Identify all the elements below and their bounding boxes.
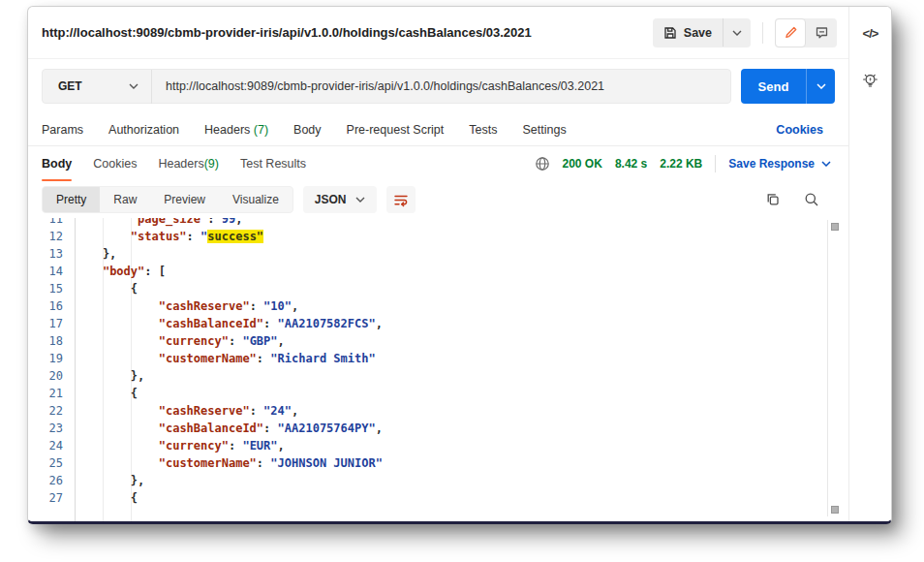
response-tab-body[interactable]: Body bbox=[42, 146, 72, 181]
code-line: 15 { bbox=[28, 280, 848, 297]
line-number: 27 bbox=[28, 489, 75, 507]
code-line: 14 "body": [ bbox=[28, 263, 848, 280]
request-tab-tests[interactable]: Tests bbox=[469, 123, 497, 137]
cookies-link[interactable]: Cookies bbox=[776, 123, 835, 137]
code-line: 27 { bbox=[28, 489, 848, 507]
meta-divider bbox=[715, 155, 716, 172]
request-tab-headers[interactable]: Headers (7) bbox=[204, 123, 268, 137]
response-tab-cookies[interactable]: Cookies bbox=[93, 146, 137, 181]
code-line: 25 "customerName": "JOHNSON JUNIOR" bbox=[28, 454, 848, 472]
chevron-down-icon bbox=[821, 161, 831, 167]
view-mode-pretty[interactable]: Pretty bbox=[43, 187, 100, 212]
tab-label: Tests bbox=[469, 123, 497, 137]
tab-label: Headers bbox=[158, 157, 203, 171]
request-tab-body[interactable]: Body bbox=[293, 123, 322, 137]
format-selector[interactable]: JSON bbox=[303, 186, 377, 213]
request-tab-authorization[interactable]: Authorization bbox=[108, 123, 179, 137]
line-content: "cashBalanceId": "AA2107582FCS", bbox=[75, 315, 383, 332]
line-number: 14 bbox=[28, 263, 75, 280]
view-mode-raw[interactable]: Raw bbox=[100, 187, 150, 212]
code-line: 11 "page_size": 99, bbox=[28, 218, 848, 228]
comment-button[interactable] bbox=[806, 18, 837, 47]
response-view-toolbar: PrettyRawPreviewVisualize JSON bbox=[28, 181, 848, 218]
line-content: "status": "success" bbox=[75, 228, 263, 245]
chevron-down-icon bbox=[816, 83, 826, 89]
response-time: 8.42 s bbox=[615, 157, 647, 171]
save-button-group: Save bbox=[653, 18, 751, 47]
edit-button[interactable] bbox=[775, 18, 806, 47]
code-line: 26 }, bbox=[28, 472, 848, 489]
request-tab-settings[interactable]: Settings bbox=[522, 123, 566, 137]
save-button[interactable]: Save bbox=[653, 18, 723, 47]
scroll-up-button[interactable] bbox=[831, 223, 839, 231]
view-actions bbox=[765, 192, 835, 207]
send-button[interactable]: Send bbox=[741, 69, 806, 104]
code-line: 19 "customerName": "Richard Smith" bbox=[28, 350, 848, 367]
request-tabs: ParamsAuthorizationHeaders (7)BodyPre-re… bbox=[28, 113, 848, 146]
save-options-button[interactable] bbox=[724, 18, 751, 47]
save-response-button[interactable]: Save Response bbox=[728, 157, 831, 171]
lightbulb-icon[interactable] bbox=[861, 72, 879, 90]
line-number: 24 bbox=[28, 437, 75, 454]
line-content: "currency": "EUR", bbox=[75, 437, 285, 454]
line-content: "cashReserve": "10", bbox=[75, 297, 298, 315]
chevron-down-icon bbox=[732, 30, 742, 36]
request-title-bar: http://localhost:9089/cbmb-provider-iris… bbox=[28, 7, 848, 59]
line-number: 15 bbox=[28, 280, 75, 297]
request-tab-pre-request-script[interactable]: Pre-request Script bbox=[347, 123, 445, 137]
line-number: 12 bbox=[28, 228, 75, 245]
line-content: }, bbox=[75, 472, 144, 489]
wrap-lines-button[interactable] bbox=[386, 186, 416, 213]
comment-icon bbox=[815, 25, 829, 40]
view-mode-switcher: PrettyRawPreviewVisualize bbox=[42, 186, 293, 213]
code-line: 22 "cashReserve": "24", bbox=[28, 402, 848, 420]
url-input[interactable]: http://localhost:9089/cbmb-provider-iris… bbox=[152, 79, 618, 93]
line-content: "cashBalanceId": "AA21075764PY", bbox=[75, 420, 383, 437]
line-content: "currency": "GBP", bbox=[75, 332, 285, 350]
code-line: 13 }, bbox=[28, 245, 848, 263]
globe-icon bbox=[535, 156, 550, 172]
pencil-icon bbox=[784, 25, 798, 40]
search-button[interactable] bbox=[804, 192, 819, 207]
request-url-field: GET http://localhost:9089/cbmb-provider-… bbox=[42, 69, 731, 104]
line-content: "body": [ bbox=[75, 263, 166, 280]
send-options-button[interactable] bbox=[806, 69, 835, 104]
tab-label: Visualize bbox=[232, 193, 279, 206]
tab-label: Params bbox=[42, 123, 83, 137]
method-selector[interactable]: GET bbox=[43, 79, 151, 93]
response-size: 2.22 KB bbox=[660, 157, 702, 171]
vertical-scrollbar[interactable] bbox=[827, 220, 840, 516]
method-label: GET bbox=[58, 79, 82, 93]
code-snippet-button[interactable]: </> bbox=[863, 26, 878, 41]
copy-button[interactable] bbox=[765, 192, 781, 207]
tab-label: Raw bbox=[113, 193, 137, 206]
code-line: 16 "cashReserve": "10", bbox=[28, 297, 848, 315]
response-tabs-row: BodyCookiesHeaders (9)Test Results 200 O… bbox=[28, 146, 848, 181]
line-content: { bbox=[75, 489, 138, 507]
code-line: 20 }, bbox=[28, 367, 848, 385]
response-tab-test-results[interactable]: Test Results bbox=[240, 146, 306, 181]
save-icon bbox=[663, 26, 677, 40]
scroll-down-button[interactable] bbox=[831, 506, 839, 514]
view-mode-visualize[interactable]: Visualize bbox=[219, 187, 293, 212]
line-number: 19 bbox=[28, 350, 75, 367]
response-tab-headers[interactable]: Headers (9) bbox=[158, 146, 219, 181]
status-badge: 200 OK bbox=[563, 157, 602, 171]
save-button-label: Save bbox=[684, 26, 712, 40]
line-number: 11 bbox=[28, 218, 75, 228]
request-tab-params[interactable]: Params bbox=[42, 123, 83, 137]
format-label: JSON bbox=[315, 193, 347, 206]
line-number: 26 bbox=[28, 472, 75, 489]
chevron-down-icon bbox=[129, 83, 139, 89]
tab-label: Settings bbox=[522, 123, 566, 137]
view-mode-preview[interactable]: Preview bbox=[150, 187, 219, 212]
code-line: 21 { bbox=[28, 385, 848, 402]
tab-label: Pre-request Script bbox=[347, 123, 445, 137]
chevron-down-icon bbox=[355, 197, 365, 203]
tab-label: Body bbox=[293, 123, 322, 137]
line-content: "cashReserve": "24", bbox=[75, 402, 298, 420]
line-number: 17 bbox=[28, 315, 75, 332]
code-line: 17 "cashBalanceId": "AA2107582FCS", bbox=[28, 315, 848, 332]
line-content: "customerName": "JOHNSON JUNIOR" bbox=[75, 454, 383, 472]
tab-label: Authorization bbox=[108, 123, 179, 137]
